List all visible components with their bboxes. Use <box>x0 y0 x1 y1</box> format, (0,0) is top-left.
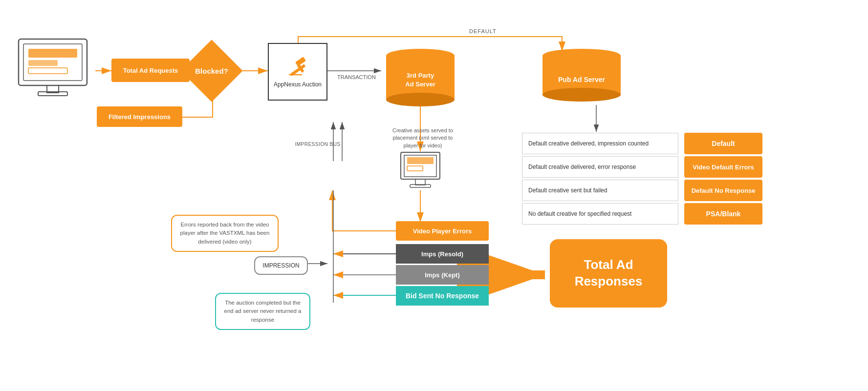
default-delivered-error-box: Default creative delivered, error respon… <box>522 156 678 178</box>
total-ad-responses-label: Total Ad Responses <box>575 257 643 290</box>
impression-bus-label: IMPRESSION BUS <box>293 142 342 147</box>
pub-ad-server: Pub Ad Server <box>542 49 621 102</box>
svg-rect-33 <box>407 166 423 171</box>
third-party-label: 3rd PartyAd Server <box>405 71 435 89</box>
default-no-response-label: Default No Response <box>684 180 762 201</box>
video-errors-callout: Errors reported back from the video play… <box>171 215 279 252</box>
bid-sent-no-response-bar: Bid Sent No Response <box>396 286 489 306</box>
total-ad-requests-label: Total Ad Requests <box>111 59 190 82</box>
third-party-ad-server: 3rd PartyAd Server <box>386 49 455 106</box>
pub-ad-server-label: Pub Ad Server <box>558 75 605 85</box>
svg-rect-32 <box>407 157 434 164</box>
video-player-errors-bar: Video Player Errors <box>396 221 489 241</box>
svg-rect-22 <box>28 60 58 66</box>
default-delivered-impression-box: Default creative delivered, impression c… <box>522 133 678 154</box>
appnexus-auction-box: AppNexus Auction <box>268 43 327 101</box>
svg-rect-34 <box>415 179 425 185</box>
blocked-label: Blocked? <box>195 67 228 75</box>
filtered-impressions-label: Filtered Impressions <box>97 106 182 127</box>
svg-rect-21 <box>28 49 77 58</box>
psa-blank-label: PSA/Blank <box>684 203 762 225</box>
default-sent-failed-box: Default creative sent but failed <box>522 180 678 201</box>
impression-callout: IMPRESSION <box>254 256 308 275</box>
svg-rect-23 <box>28 68 67 74</box>
default-label: DEFAULT <box>469 28 497 34</box>
imps-resold-bar: Imps (Resold) <box>396 244 489 264</box>
video-default-errors-label: Video Default Errors <box>684 156 762 178</box>
default-orange-label: Default <box>684 133 762 154</box>
auction-completed-callout: The auction completed but the end ad ser… <box>215 293 310 330</box>
gavel-icon <box>287 55 309 77</box>
no-default-creative-box: No default creative for specified reques… <box>522 203 678 225</box>
creative-assets-label: Creative assets served to placement (xml… <box>391 127 455 149</box>
diagram-container: Total Ad Requests Filtered Impressions B… <box>0 0 868 391</box>
impression-label: IMPRESSION <box>262 262 299 269</box>
blocked-diamond: Blocked? <box>190 49 234 93</box>
imps-kept-bar: Imps (Kept) <box>396 265 489 285</box>
display-monitor-icon <box>398 151 442 190</box>
transaction-label: TRANSACTION <box>337 74 376 80</box>
monitor-icon <box>14 37 92 100</box>
total-ad-responses-box: Total Ad Responses <box>550 239 667 308</box>
appnexus-label: AppNexus Auction <box>274 81 322 89</box>
